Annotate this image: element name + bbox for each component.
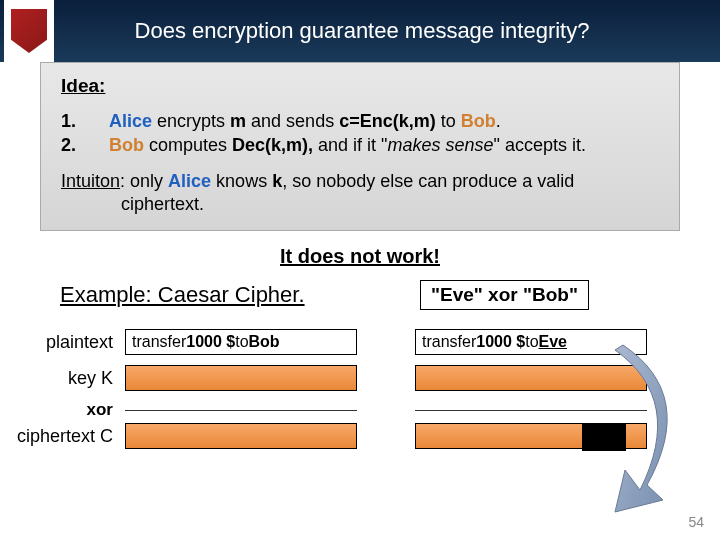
idea-num-1: 1.: [61, 109, 109, 133]
idea-text: Alice encrypts m and sends c=Enc(k,m) to…: [109, 109, 586, 158]
plaintext-right: transfer 1000 $ to Eve: [415, 329, 647, 355]
plaintext-left: transfer 1000 $ to Bob: [125, 329, 357, 355]
logo: [4, 0, 54, 62]
idea-box: Idea: 1. 2. Alice encrypts m and sends c…: [40, 62, 680, 231]
key-right: [415, 365, 647, 391]
idea-num-2: 2.: [61, 133, 109, 157]
bob-name: Bob: [109, 135, 144, 155]
key-row: key K: [0, 364, 720, 392]
page-number: 54: [688, 514, 704, 530]
xor-line-right: [415, 410, 647, 411]
key-label: key K: [0, 368, 125, 389]
idea-list: 1. 2. Alice encrypts m and sends c=Enc(k…: [61, 109, 659, 158]
plaintext-row: plaintext transfer 1000 $ to Bob transfe…: [0, 328, 720, 356]
idea-label: Idea:: [61, 75, 659, 97]
alice-name: Alice: [109, 111, 152, 131]
alice-name: Alice: [168, 171, 211, 191]
ciphertext-label: ciphertext C: [0, 426, 125, 447]
shield-icon: [11, 9, 47, 53]
plaintext-label: plaintext: [0, 332, 125, 353]
black-box: [582, 423, 626, 451]
not-work-text: It does not work!: [0, 245, 720, 268]
xor-label: xor: [0, 400, 125, 420]
example-title: Example: Caesar Cipher.: [60, 282, 400, 308]
idea-numbers: 1. 2.: [61, 109, 109, 158]
idea-line-2: Bob computes Dec(k,m), and if it "makes …: [109, 133, 586, 157]
xor-row: xor: [0, 400, 720, 420]
bob-name: Bob: [461, 111, 496, 131]
slide-header: Does encryption guarantee message integr…: [0, 0, 720, 62]
eve-xor-bob-box: "Eve" xor "Bob": [420, 280, 589, 310]
idea-line-1: Alice encrypts m and sends c=Enc(k,m) to…: [109, 109, 586, 133]
intuition: Intuiton: only Alice knows k, so nobody …: [61, 170, 659, 217]
example-row: Example: Caesar Cipher. "Eve" xor "Bob": [0, 280, 720, 310]
xor-line-left: [125, 410, 357, 411]
ciphertext-left: [125, 423, 357, 449]
slide-title: Does encryption guarantee message integr…: [54, 18, 720, 44]
key-left: [125, 365, 357, 391]
ciphertext-right: [415, 423, 647, 449]
ciphertext-row: ciphertext C: [0, 422, 720, 450]
